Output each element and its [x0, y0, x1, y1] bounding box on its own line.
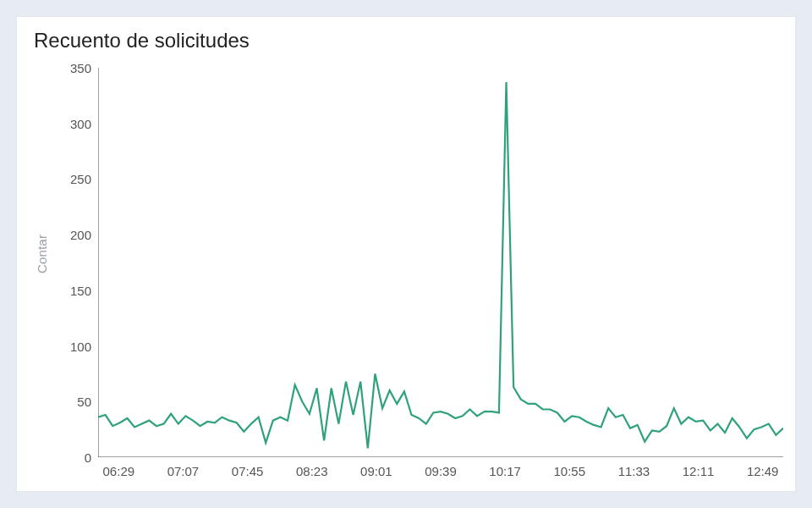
line-series-requests [98, 82, 783, 448]
y-tick-label: 350 [44, 61, 91, 75]
chart-plot [98, 68, 783, 457]
chart-title: Recuento de solicitudes [34, 29, 250, 52]
x-tick-label: 09:01 [360, 464, 392, 478]
x-tick-label: 12:49 [747, 464, 779, 478]
x-tick-label: 10:17 [489, 464, 521, 478]
y-tick-label: 50 [44, 395, 91, 409]
x-tick-label: 11:33 [618, 464, 650, 478]
x-tick-label: 08:23 [296, 464, 328, 478]
y-tick-label: 150 [44, 283, 91, 297]
y-tick-label: 250 [44, 172, 91, 186]
y-tick-label: 0 [44, 450, 91, 465]
x-tick-label: 06:29 [103, 464, 135, 478]
x-tick-label: 07:45 [232, 464, 264, 478]
y-tick-label: 200 [44, 228, 91, 242]
y-tick-label: 100 [44, 339, 91, 353]
chart-panel: Recuento de solicitudes Contar 050100150… [17, 17, 795, 491]
x-tick-label: 12:11 [683, 464, 715, 478]
x-tick-label: 10:55 [553, 464, 585, 478]
y-tick-label: 300 [44, 116, 91, 130]
x-tick-label: 09:39 [425, 464, 457, 478]
x-tick-label: 07:07 [167, 464, 200, 478]
